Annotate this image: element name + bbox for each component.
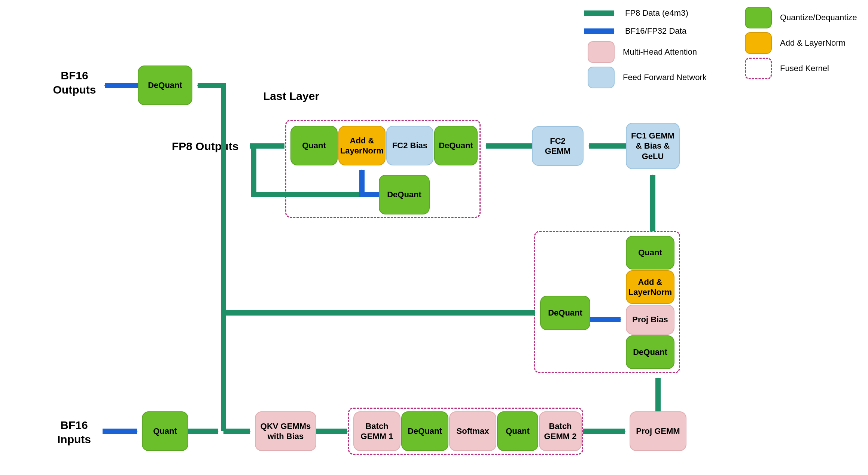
arrows-overlay xyxy=(0,0,868,475)
fp8-outputs-label: FP8 Outputs xyxy=(172,139,238,153)
dequant-ffn-right: DeQuant xyxy=(434,126,478,165)
softmax: Softmax xyxy=(449,411,496,451)
add-layernorm-ffn: Add & LayerNorm xyxy=(338,126,386,165)
batch-gemm-1: Batch GEMM 1 xyxy=(353,411,401,451)
batch-gemm-2: Batch GEMM 2 xyxy=(539,411,582,451)
dequant-attn-bottom: DeQuant xyxy=(626,335,674,369)
legend-fused-swatch xyxy=(745,58,772,79)
legend-bf16-arrow: BF16/FP32 Data xyxy=(625,26,686,36)
dequant-top: DeQuant xyxy=(138,66,192,105)
legend-fp8-arrow: FP8 Data (e4m3) xyxy=(625,8,688,18)
dequant-softmax: DeQuant xyxy=(401,411,448,451)
proj-bias: Proj Bias xyxy=(626,305,674,335)
dequant-ffn-mid: DeQuant xyxy=(379,175,430,214)
legend-quant-swatch xyxy=(745,7,772,28)
legend-mha-swatch xyxy=(588,41,615,63)
legend-fused: Fused Kernel xyxy=(745,58,829,79)
last-layer-label: Last Layer xyxy=(263,89,319,103)
fc2-gemm: FC2 GEMM xyxy=(532,126,584,166)
legend-ffn-swatch xyxy=(588,67,615,88)
fc2-bias: FC2 Bias xyxy=(386,126,433,165)
legend-addln: Add & LayerNorm xyxy=(745,32,846,54)
quant-ffn: Quant xyxy=(290,126,338,165)
bf16-inputs-label: BF16 Inputs xyxy=(48,418,100,446)
bf16-outputs-label: BF16 Outputs xyxy=(45,68,104,97)
legend-ffn-text: Feed Forward Network xyxy=(623,73,707,82)
fc1-gemm: FC1 GEMM & Bias & GeLU xyxy=(626,123,680,169)
qkv-gemms: QKV GEMMs with Bias xyxy=(255,411,316,451)
legend-bf16-text: BF16/FP32 Data xyxy=(625,26,686,36)
legend-fp8-text: FP8 Data (e4m3) xyxy=(625,8,688,18)
legend-addln-swatch xyxy=(745,32,772,54)
add-layernorm-attn: Add & LayerNorm xyxy=(626,270,674,304)
legend-quant: Quantize/Dequantize xyxy=(745,7,857,28)
legend-mha: Multi-Head Attention xyxy=(588,41,697,63)
legend-addln-text: Add & LayerNorm xyxy=(780,38,846,48)
legend-quant-text: Quantize/Dequantize xyxy=(780,13,857,22)
quant-attn-post: Quant xyxy=(626,236,674,270)
proj-gemm: Proj GEMM xyxy=(630,411,686,451)
legend-fused-text: Fused Kernel xyxy=(780,64,829,73)
quant-input: Quant xyxy=(142,411,188,451)
quant-softmax: Quant xyxy=(497,411,538,451)
dequant-attn-left: DeQuant xyxy=(540,296,590,330)
legend-ffn: Feed Forward Network xyxy=(588,67,707,88)
legend-mha-text: Multi-Head Attention xyxy=(623,47,697,57)
